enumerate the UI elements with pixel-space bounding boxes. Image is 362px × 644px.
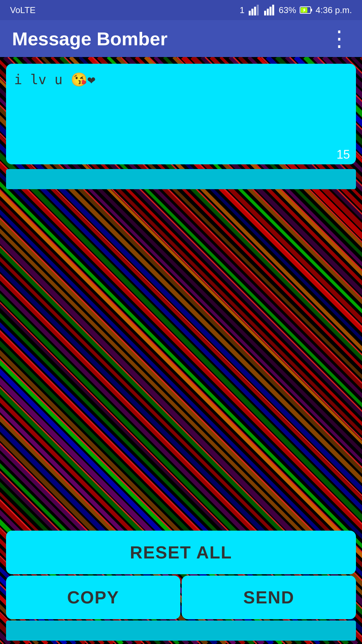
- svg-rect-2: [254, 7, 256, 15]
- svg-rect-0: [249, 11, 251, 15]
- signal-icon: [248, 4, 260, 16]
- status-bar-left: VoLTE: [10, 5, 36, 15]
- content-overlay: i lv u 😘❤️ 15 RESET ALL COPY SEND: [0, 57, 362, 644]
- app-bar: Message Bomber ⋮: [0, 20, 362, 57]
- copy-button[interactable]: COPY: [6, 576, 180, 619]
- status-bar: VoLTE 1 63% 4:36 p.m.: [0, 0, 362, 20]
- char-count: 15: [337, 148, 350, 162]
- more-options-icon[interactable]: ⋮: [328, 28, 350, 49]
- send-button[interactable]: SEND: [182, 576, 356, 619]
- spacer: [6, 189, 356, 531]
- button-area: RESET ALL COPY SEND: [6, 531, 356, 644]
- svg-rect-3: [257, 5, 259, 15]
- svg-rect-6: [269, 7, 272, 15]
- time-display: 4:36 p.m.: [316, 5, 352, 15]
- message-input-wrapper: i lv u 😘❤️ 15: [6, 64, 356, 166]
- bottom-bar: [6, 621, 356, 641]
- svg-rect-1: [251, 9, 253, 15]
- svg-rect-7: [272, 5, 274, 15]
- carrier-text: VoLTE: [10, 5, 36, 15]
- battery-percent: 63%: [279, 5, 296, 15]
- reset-all-button[interactable]: RESET ALL: [6, 531, 356, 574]
- bottom-buttons-row: COPY SEND: [6, 576, 356, 619]
- sim-slot: 1: [240, 5, 244, 15]
- message-input[interactable]: i lv u 😘❤️: [6, 64, 356, 164]
- svg-rect-5: [267, 9, 269, 15]
- svg-rect-9: [311, 9, 312, 11]
- svg-rect-4: [264, 11, 266, 15]
- battery-icon: [300, 5, 312, 15]
- signal-icon-2: [263, 4, 276, 16]
- repeat-count-bar[interactable]: [6, 169, 356, 189]
- main-content: i lv u 😘❤️ 15 RESET ALL COPY SEND: [0, 57, 362, 644]
- app-title: Message Bomber: [12, 28, 328, 50]
- signal-icons: 1 63% 4:36 p.m.: [240, 4, 352, 16]
